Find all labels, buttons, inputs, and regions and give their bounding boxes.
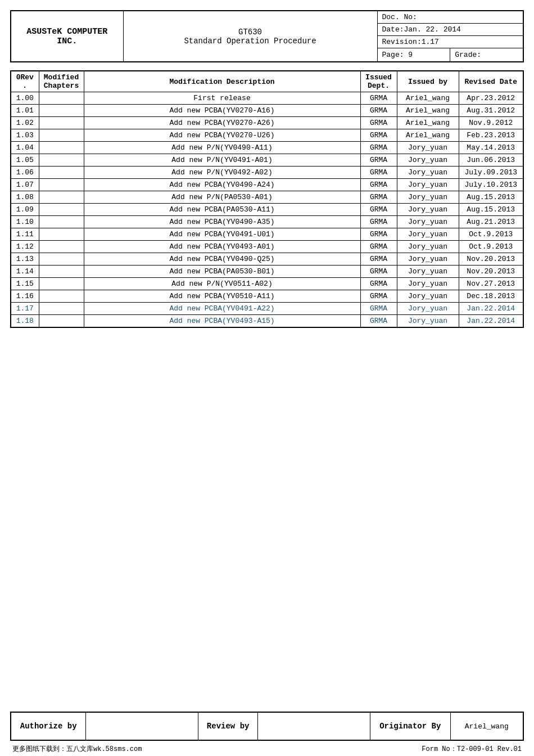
doc-no-row: Doc. No: (378, 11, 523, 24)
cell-rev: 1.16 (11, 290, 39, 303)
page-grade-row: Page: 9 Grade: (378, 48, 523, 61)
spacer (10, 328, 524, 712)
originator-label-cell: Originator By (370, 712, 450, 740)
cell-rev: 1.08 (11, 191, 39, 204)
cell-desc: Add new PCBA(YV0490-Q25) (84, 253, 360, 266)
table-row: 1.05Add new P/N(YV0491-A01)GRMAJory_yuan… (11, 154, 523, 166)
cell-rev: 1.15 (11, 278, 39, 290)
footer-table: Authorize by Review by Originator By Ari… (10, 712, 524, 741)
table-row: 1.13Add new PCBA(YV0490-Q25)GRMAJory_yua… (11, 253, 523, 266)
page-label: Page: 9 (382, 51, 413, 59)
cell-dept: GRMA (360, 129, 397, 142)
cell-mod (39, 303, 84, 315)
doc-info-cell: Doc. No: Date:Jan. 22. 2014 Revision:1.1… (377, 11, 523, 62)
table-row: 1.18Add new PCBA(YV0493-A15)GRMAJory_yua… (11, 315, 523, 328)
cell-dept: GRMA (360, 179, 397, 191)
table-row: 1.08Add new P/N(PA0530-A01)GRMAJory_yuan… (11, 191, 523, 204)
table-row: 1.02Add new PCBA(YV0270-A26)GRMAAriel_wa… (11, 117, 523, 129)
cell-by: Jory_yuan (397, 315, 459, 328)
cell-mod (39, 204, 84, 216)
cell-by: Jory_yuan (397, 303, 459, 315)
table-row: 1.11Add new PCBA(YV0491-U01)GRMAJory_yua… (11, 228, 523, 241)
doc-title-line2: Standard Operation Procedure (128, 37, 373, 46)
revision-table: 0Rev. ModifiedChapters Modification Desc… (10, 70, 524, 328)
cell-date: Aug.31.2012 (459, 105, 523, 117)
cell-by: Jory_yuan (397, 241, 459, 253)
bottom-left: 更多图纸下载到：五八文库wk.58sms.com (12, 744, 142, 754)
cell-date: Nov.20.2013 (459, 253, 523, 266)
cell-rev: 1.01 (11, 105, 39, 117)
header-rev: 0Rev. (11, 71, 39, 92)
cell-desc: Add new P/N(YV0491-A01) (84, 154, 360, 166)
cell-date: July.09.2013 (459, 166, 523, 179)
cell-date: Nov.20.2013 (459, 266, 523, 278)
header-mod: ModifiedChapters (39, 71, 84, 92)
cell-desc: Add new PCBA(YV0510-A11) (84, 290, 360, 303)
cell-date: Aug.21.2013 (459, 216, 523, 228)
table-row: 1.15Add new P/N(YV0511-A02)GRMAJory_yuan… (11, 278, 523, 290)
cell-dept: GRMA (360, 266, 397, 278)
cell-by: Jory_yuan (397, 253, 459, 266)
cell-rev: 1.18 (11, 315, 39, 328)
cell-dept: GRMA (360, 228, 397, 241)
cell-date: Aug.15.2013 (459, 204, 523, 216)
cell-desc: Add new P/N(YV0511-A02) (84, 278, 360, 290)
header-dept: IssuedDept. (360, 71, 397, 92)
cell-mod (39, 266, 84, 278)
cell-date: Apr.23.2012 (459, 92, 523, 105)
date-label: Date:Jan. 22. 2014 (382, 25, 461, 34)
cell-rev: 1.05 (11, 154, 39, 166)
table-row: 1.16Add new PCBA(YV0510-A11)GRMAJory_yua… (11, 290, 523, 303)
table-row: 1.07Add new PCBA(YV0490-A24)GRMAJory_yua… (11, 179, 523, 191)
cell-by: Jory_yuan (397, 228, 459, 241)
authorize-label-cell: Authorize by (11, 712, 86, 740)
cell-dept: GRMA (360, 105, 397, 117)
doc-no-label: Doc. No: (382, 13, 417, 21)
bottom-right: Form No：T2-009-01 Rev.01 (422, 744, 522, 754)
cell-mod (39, 166, 84, 179)
cell-by: Jory_yuan (397, 278, 459, 290)
table-header-row: 0Rev. ModifiedChapters Modification Desc… (11, 71, 523, 92)
header-by: Issued by (397, 71, 459, 92)
cell-by: Ariel_wang (397, 105, 459, 117)
cell-date: Oct.9.2013 (459, 228, 523, 241)
cell-desc: Add new PCBA(YV0490-A35) (84, 216, 360, 228)
review-value-cell (258, 712, 370, 740)
cell-desc: First release (84, 92, 360, 105)
cell-rev: 1.12 (11, 241, 39, 253)
cell-mod (39, 241, 84, 253)
cell-desc: Add new PCBA(YV0270-U26) (84, 129, 360, 142)
cell-dept: GRMA (360, 92, 397, 105)
title-cell: GT630 Standard Operation Procedure (123, 11, 377, 62)
table-row: 1.14Add new PCBA(PA0530-B01)GRMAJory_yua… (11, 266, 523, 278)
cell-desc: Add new P/N(PA0530-A01) (84, 191, 360, 204)
company-name: ASUSTeK COMPUTER INC. (26, 27, 107, 46)
revision-tbody: 1.00First releaseGRMAAriel_wangApr.23.20… (11, 92, 523, 328)
page-wrapper: ASUSTeK COMPUTER INC. GT630 Standard Ope… (0, 0, 534, 756)
cell-rev: 1.09 (11, 204, 39, 216)
page-cell: Page: 9 (378, 48, 451, 61)
cell-mod (39, 228, 84, 241)
cell-rev: 1.02 (11, 117, 39, 129)
company-cell: ASUSTeK COMPUTER INC. (11, 11, 123, 62)
header-desc: Modification Description (84, 71, 360, 92)
cell-desc: Add new PCBA(YV0493-A01) (84, 241, 360, 253)
cell-dept: GRMA (360, 241, 397, 253)
cell-date: July.10.2013 (459, 179, 523, 191)
cell-by: Jory_yuan (397, 154, 459, 166)
table-row: 1.09Add new PCBA(PA0530-A11)GRMAJory_yua… (11, 204, 523, 216)
cell-mod (39, 154, 84, 166)
cell-date: Jan.22.2014 (459, 315, 523, 328)
table-row: 1.10Add new PCBA(YV0490-A35)GRMAJory_yua… (11, 216, 523, 228)
table-row: 1.17Add new PCBA(YV0491-A22)GRMAJory_yua… (11, 303, 523, 315)
cell-by: Jory_yuan (397, 290, 459, 303)
cell-date: Jan.22.2014 (459, 303, 523, 315)
cell-desc: Add new PCBA(PA0530-B01) (84, 266, 360, 278)
cell-date: Nov.9.2012 (459, 117, 523, 129)
cell-dept: GRMA (360, 216, 397, 228)
cell-mod (39, 142, 84, 154)
cell-rev: 1.17 (11, 303, 39, 315)
originator-value-cell: Ariel_wang (450, 712, 523, 740)
table-row: 1.12Add new PCBA(YV0493-A01)GRMAJory_yua… (11, 241, 523, 253)
cell-rev: 1.00 (11, 92, 39, 105)
